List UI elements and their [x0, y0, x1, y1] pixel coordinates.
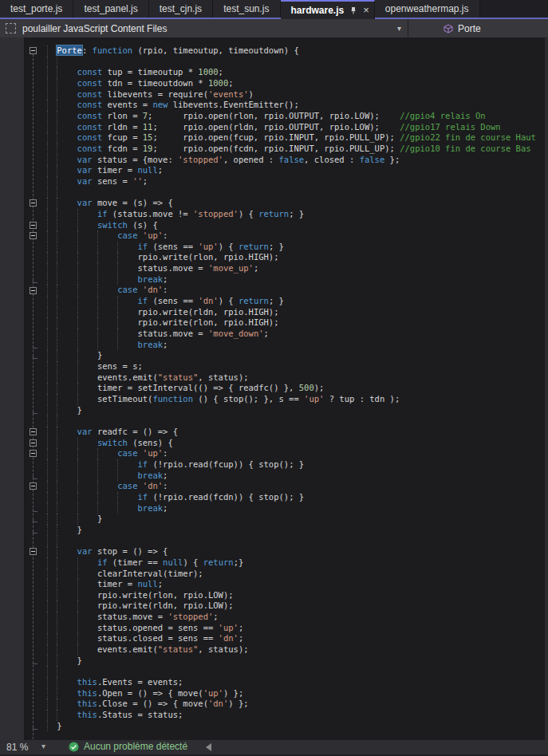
pin-icon[interactable]	[349, 6, 357, 14]
code-line[interactable]	[0, 536, 548, 547]
code-token: return	[239, 242, 269, 251]
indent-guide	[47, 230, 48, 242]
code-line[interactable]: const rldn = 11; rpio.open(rldn, rpio.OU…	[0, 122, 548, 133]
code-line[interactable]: case 'dn':	[0, 285, 548, 296]
code-line[interactable]: }	[0, 721, 548, 732]
code-line[interactable]: rpio.write(rlon, rpio.LOW);	[0, 590, 548, 601]
indent-guide	[57, 438, 57, 449]
code-line[interactable]: clearInterval(timer);	[0, 569, 548, 580]
fold-collapse-box[interactable]	[30, 439, 37, 447]
fold-collapse-box[interactable]	[30, 199, 37, 207]
fold-collapse-box[interactable]	[30, 47, 37, 54]
code-line[interactable]: var sens = '';	[0, 176, 548, 187]
code-line[interactable]: var readfc = () => {	[0, 427, 548, 438]
code-line[interactable]: status.closed = sens == 'dn';	[0, 633, 548, 644]
member-dropdown[interactable]: Porte	[408, 19, 548, 37]
code-line[interactable]: const rlon = 7; rpio.open(rlon, rpio.OUT…	[0, 111, 548, 122]
code-line[interactable]: }	[0, 514, 548, 525]
code-line[interactable]: break;	[0, 274, 548, 285]
code-line[interactable]	[0, 415, 548, 427]
fold-collapse-box[interactable]	[30, 232, 37, 239]
zoom-caret-icon[interactable]: ▾	[41, 742, 45, 750]
fold-collapse-box[interactable]	[30, 428, 37, 435]
fold-collapse-box[interactable]	[30, 482, 37, 490]
code-line[interactable]: const tup = timeoutup * 1000;	[0, 67, 548, 78]
code-line[interactable]: Porte: function (rpio, timeoutup, timeou…	[0, 45, 548, 57]
code-line[interactable]: const fcup = 15; rpio.open(fcup, rpio.IN…	[0, 132, 548, 144]
code-line[interactable]: this.Events = events;	[0, 677, 548, 688]
fold-collapse-box[interactable]	[30, 222, 37, 229]
code-line[interactable]: switch (s) {	[0, 220, 548, 231]
code-line[interactable]: this.Status = status;	[0, 710, 548, 721]
indent-guide	[47, 710, 48, 721]
code-line[interactable]: status.opened = sens == 'up';	[0, 623, 548, 634]
tab-openweathermap-js[interactable]: openweathermap.js	[375, 0, 480, 18]
code-line[interactable]: if (sens == 'up') { return; }	[0, 242, 548, 253]
hscroll-left-arrow-icon[interactable]	[206, 743, 211, 751]
code-line[interactable]: rpio.write(rlon, rpio.HIGH);	[0, 252, 548, 263]
code-line[interactable]: if (timer == null) { return;}	[0, 557, 548, 569]
tab-hardware-js[interactable]: hardware.js×	[281, 0, 375, 19]
code-line[interactable]: events.emit("status", status);	[0, 372, 548, 384]
code-line[interactable]: timer = setInterval(() => { readfc() }, …	[0, 383, 548, 394]
code-line[interactable]: status.move = 'move_down';	[0, 329, 548, 340]
code-line[interactable]: }	[0, 350, 548, 361]
code-line[interactable]: }	[0, 656, 548, 667]
code-line[interactable]: rpio.write(rlon, rpio.HIGH);	[0, 317, 548, 329]
code-line[interactable]: case 'up':	[0, 230, 548, 242]
fold-collapse-box[interactable]	[30, 548, 37, 555]
code-line[interactable]: rpio.write(rldn, rpio.HIGH);	[0, 307, 548, 318]
code-line[interactable]: }	[0, 525, 548, 536]
zoom-level-select[interactable]: 81 %	[6, 742, 28, 753]
code-line[interactable]: break;	[0, 340, 548, 351]
file-scope-dropdown[interactable]: poulailler JavaScript Content Files ▾	[0, 19, 408, 37]
code-line[interactable]: status.move = 'move_up';	[0, 263, 548, 274]
code-line[interactable]: const tdn = timeoutdown * 1000;	[0, 78, 548, 89]
code-line[interactable]	[0, 666, 548, 677]
indent-guide	[117, 317, 118, 329]
code-line[interactable]: var status = {move: 'stopped', opened : …	[0, 155, 548, 166]
vertical-scrollbar[interactable]	[545, 37, 548, 740]
code-line[interactable]: this.Close = () => { move('dn') };	[0, 699, 548, 710]
code-line[interactable]: if (!rpio.read(fcup)) { stop(); }	[0, 459, 548, 471]
code-line[interactable]: status.move = 'stopped';	[0, 612, 548, 623]
code-line[interactable]: this.Open = () => { move('up') };	[0, 688, 548, 699]
code-line[interactable]: setTimeout(function () { stop(); }, s ==…	[0, 394, 548, 405]
code-line[interactable]	[0, 57, 548, 68]
code-line[interactable]: if (!rpio.read(fcdn)) { stop(); }	[0, 492, 548, 503]
tab-test_cjn-js[interactable]: test_cjn.js	[149, 0, 213, 18]
code-line[interactable]: break;	[0, 503, 548, 514]
code-line[interactable]: rpio.write(rldn, rpio.LOW);	[0, 600, 548, 612]
code-line[interactable]	[0, 187, 548, 199]
tab-test_porte-js[interactable]: test_porte.js	[0, 0, 73, 18]
code-line[interactable]: }	[0, 405, 548, 416]
code-line[interactable]: var stop = () => {	[0, 546, 548, 557]
document-health-indicator[interactable]: Aucun problème détecté	[69, 741, 187, 752]
tab-test_sun-js[interactable]: test_sun.js	[213, 0, 280, 18]
code-line[interactable]: if (sens == 'dn') { return; }	[0, 296, 548, 307]
code-text: break;	[138, 340, 168, 351]
tab-test_panel-js[interactable]: test_panel.js	[73, 0, 148, 18]
code-line[interactable]: switch (sens) {	[0, 438, 548, 449]
code-line[interactable]: events.emit("status", status);	[0, 644, 548, 656]
close-icon[interactable]: ×	[363, 6, 369, 14]
code-line[interactable]: var move = (s) => {	[0, 198, 548, 209]
fold-collapse-box[interactable]	[30, 287, 37, 294]
code-line[interactable]: if (status.move != 'stopped') { return; …	[0, 209, 548, 220]
code-editor[interactable]: Porte: function (rpio, timeoutup, timeou…	[0, 37, 548, 740]
code-token: timer =	[97, 579, 138, 589]
code-line[interactable]: sens = s;	[0, 361, 548, 372]
code-line[interactable]: const fcdn = 19; rpio.open(fcdn, rpio.IN…	[0, 144, 548, 155]
fold-collapse-box[interactable]	[30, 450, 37, 457]
code-line[interactable]: timer = null;	[0, 579, 548, 590]
code-line[interactable]: var timer = null;	[0, 165, 548, 176]
code-line[interactable]: case 'dn':	[0, 481, 548, 492]
indent-guide	[47, 361, 48, 372]
code-line[interactable]: const libevents = require('events')	[0, 89, 548, 100]
indent-guide	[57, 525, 57, 536]
code-line[interactable]: case 'up':	[0, 448, 548, 459]
chevron-down-icon[interactable]: ▾	[397, 24, 401, 33]
code-area[interactable]: Porte: function (rpio, timeoutup, timeou…	[0, 45, 548, 731]
code-line[interactable]: const events = new libevents.EventEmitte…	[0, 100, 548, 111]
code-line[interactable]: break;	[0, 471, 548, 482]
